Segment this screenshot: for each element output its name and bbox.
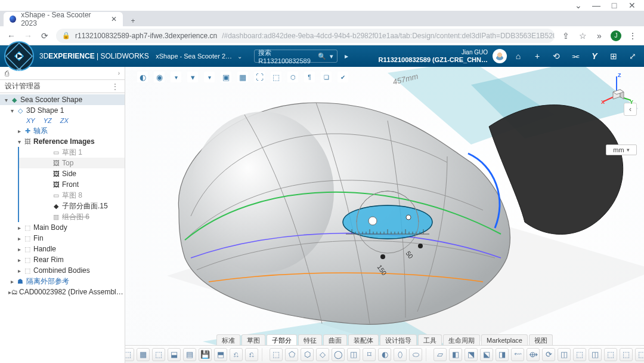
ribbon-button[interactable]: ◫: [558, 348, 571, 361]
expand-icon[interactable]: ⤢: [627, 51, 638, 61]
url-input[interactable]: 🔒 r1132100832589-aph7-ifwe.3dexperience.…: [56, 29, 555, 43]
ribbon-button[interactable]: ▱: [434, 348, 447, 361]
twisty-icon[interactable]: ▸: [16, 257, 23, 263]
plus-icon[interactable]: +: [532, 51, 543, 61]
tree-external-ref[interactable]: ▸ ☗ 隔离外部参考: [0, 276, 125, 287]
viewport-tool-button[interactable]: ⬚: [271, 72, 281, 82]
tree-body-item[interactable]: ▸ ⬚ Main Body: [0, 222, 125, 233]
ribbon-button[interactable]: ⎌: [245, 348, 258, 361]
ribbon-tab[interactable]: 特征: [298, 334, 322, 345]
avatar[interactable]: [493, 49, 507, 63]
tree-body-item[interactable]: ▸ ⬚ Combined Bodies: [0, 265, 125, 276]
ribbon-button[interactable]: ⟳: [542, 348, 555, 361]
tree-axes[interactable]: ▸ ✚ 轴系: [0, 125, 125, 136]
viewport-tool-button[interactable]: ⛶: [254, 72, 265, 82]
model-canvas[interactable]: 457mm 50 150: [137, 67, 644, 363]
ribbon-button[interactable]: ⬚: [573, 348, 586, 361]
ds-user-block[interactable]: Jian GUO R1132100832589 (GZ1-CRE_CHN…: [379, 49, 488, 63]
plane-xy[interactable]: XY: [26, 117, 35, 124]
plane-zx[interactable]: ZX: [60, 117, 69, 124]
tree-refimage-item[interactable]: ◆ 子部分曲面.15: [19, 201, 125, 211]
viewport[interactable]: ◐◉▾▾▾▣▦⛶⬚⬡¶❏✔ ‹ mm Z X Y: [125, 67, 644, 363]
viewport-tool-button[interactable]: ▦: [237, 72, 248, 82]
tree-refimage-item[interactable]: ▥ 组合图 6: [19, 211, 125, 222]
browser-tab[interactable]: xShape - Sea Scooter 2023 ✕: [4, 12, 123, 26]
tree-reference-images[interactable]: ▾ 🖽 Reference Images: [0, 136, 125, 147]
grid-icon[interactable]: ⊞: [608, 51, 619, 61]
tree-cad[interactable]: ▸ 🗂 CAD00023982 (Drive Assembl…: [0, 287, 125, 297]
ribbon-button[interactable]: ⬚: [635, 348, 644, 361]
ribbon-tab[interactable]: 草图: [242, 334, 265, 345]
viewport-tool-button[interactable]: ⬡: [287, 72, 298, 82]
reload-icon[interactable]: ⟲: [551, 51, 562, 61]
browser-menu-icon[interactable]: ⋮: [627, 31, 638, 41]
nav-reload-icon[interactable]: ⟳: [39, 31, 50, 41]
ribbon-button[interactable]: ▤: [183, 348, 196, 361]
twisty-icon[interactable]: ▸: [16, 128, 23, 134]
ribbon-button[interactable]: ⎌: [230, 348, 243, 361]
tree-root[interactable]: ▾ ◆ Sea Scooter Shape: [0, 94, 125, 105]
twisty-icon[interactable]: ▸: [16, 235, 23, 242]
tree-refimage-item[interactable]: ▭ 草图 8: [19, 190, 125, 201]
tree-refimage-item[interactable]: 🖼 Front: [19, 179, 125, 190]
apps-icon[interactable]: Y: [589, 51, 600, 61]
tool-caret-icon[interactable]: ▾: [204, 72, 215, 82]
ribbon-button[interactable]: ⬚: [604, 348, 617, 361]
ribbon-button[interactable]: ⌑: [363, 348, 376, 361]
new-tab-button[interactable]: +: [128, 16, 138, 26]
ribbon-button[interactable]: ◫: [589, 348, 602, 361]
sidebar-menu-icon[interactable]: ⋮: [112, 82, 120, 91]
twisty-icon[interactable]: ▸: [16, 224, 23, 231]
twisty-icon[interactable]: ▾: [8, 107, 16, 114]
compass-icon[interactable]: V.R: [2, 39, 36, 73]
units-select[interactable]: mm: [606, 144, 637, 155]
view-triad[interactable]: Z X Y: [600, 72, 633, 105]
tool-caret-icon[interactable]: ▾: [171, 72, 181, 82]
ribbon-button[interactable]: ◇: [316, 348, 329, 361]
tree-3dshape[interactable]: ▾ ◇ 3D Shape 1: [0, 105, 125, 116]
home-icon[interactable]: ⌂: [513, 51, 524, 61]
ribbon-button[interactable]: ⬚: [125, 348, 134, 361]
flag-icon[interactable]: ▸: [345, 52, 348, 60]
tree-body-item[interactable]: ▸ ⬚ Rear Rim: [0, 254, 125, 265]
ribbon-button[interactable]: ⬚: [152, 348, 165, 361]
twisty-icon[interactable]: ▸: [16, 267, 23, 274]
tree-refimage-item[interactable]: 🖼 Top: [19, 158, 125, 168]
win-chevron-icon[interactable]: ⌄: [575, 2, 582, 9]
ribbon-button[interactable]: ⬭: [409, 348, 422, 361]
tree-body-item[interactable]: ▸ ⬚ Fin: [0, 233, 125, 244]
ribbon-button[interactable]: ⬚: [620, 348, 633, 361]
ribbon-button[interactable]: ⬠: [285, 348, 298, 361]
ribbon-button[interactable]: ⬯: [394, 348, 407, 361]
viewport-tool-button[interactable]: ◐: [137, 72, 148, 82]
ribbon-tab[interactable]: Marketplace: [481, 334, 528, 345]
win-close-icon[interactable]: ✕: [628, 2, 636, 9]
tree-refimage-item[interactable]: 🖼 Side: [19, 168, 125, 179]
share-icon[interactable]: ⇪: [561, 31, 571, 41]
ribbon-button[interactable]: ⬡: [301, 348, 314, 361]
ribbon-button[interactable]: ⬒: [214, 348, 227, 361]
twisty-icon[interactable]: ▾: [16, 139, 23, 145]
ribbon-button[interactable]: ◧: [449, 348, 462, 361]
ribbon-tab[interactable]: 生命周期: [443, 334, 480, 345]
viewport-tool-button[interactable]: ◉: [154, 72, 165, 82]
ribbon-button[interactable]: ◐: [378, 348, 391, 361]
ribbon-tab[interactable]: 装配体: [348, 334, 379, 345]
share-icon[interactable]: ⫘: [570, 51, 581, 61]
twisty-icon[interactable]: ▾: [2, 97, 10, 103]
ribbon-button[interactable]: ⬓: [168, 348, 181, 361]
ribbon-button[interactable]: ◨: [496, 348, 509, 361]
tab-close-icon[interactable]: ✕: [111, 15, 117, 23]
ribbon-tab[interactable]: 工具: [418, 334, 442, 345]
ribbon-button[interactable]: ⬳: [511, 348, 524, 361]
ribbon-tab[interactable]: 曲面: [323, 334, 347, 345]
ribbon-tab[interactable]: 设计指导: [380, 334, 417, 345]
ribbon-button[interactable]: ◯: [332, 348, 345, 361]
bookmark-icon[interactable]: ☆: [577, 31, 588, 41]
ribbon-button[interactable]: ⬔: [465, 348, 478, 361]
viewport-tool-button[interactable]: ▾: [187, 72, 198, 82]
twisty-icon[interactable]: ▸: [16, 246, 23, 253]
ribbon-button[interactable]: ⬚: [270, 348, 283, 361]
ribbon-tab[interactable]: 子部分: [267, 334, 297, 345]
tree-body-item[interactable]: ▸ ⬚ Handle: [0, 244, 125, 254]
